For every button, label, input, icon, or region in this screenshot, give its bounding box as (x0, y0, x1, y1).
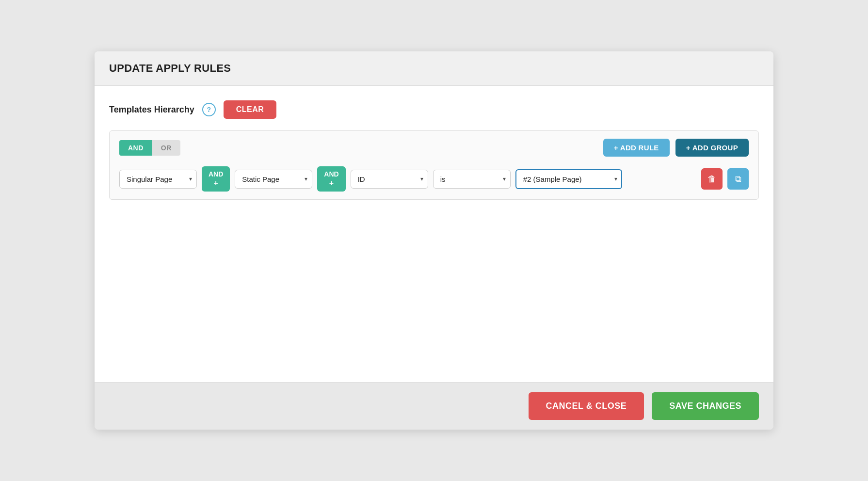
field2-wrapper: Static Page (235, 170, 312, 189)
cancel-close-button[interactable]: CANCEL & CLOSE (529, 392, 644, 420)
condition-operator-select[interactable]: is (433, 170, 511, 189)
rule-row: Singular Page AND + Static Page AND (119, 166, 749, 192)
and-badge-1-plus: + (214, 179, 218, 188)
logic-group: AND OR (119, 140, 180, 156)
modal-body: Templates Hierarchy ? CLEAR AND OR + ADD… (95, 86, 773, 382)
and-badge-1-label: AND (209, 170, 223, 178)
copy-rule-button[interactable]: ⧉ (727, 168, 749, 190)
condition-field-wrapper: ID (351, 170, 428, 189)
add-group-button[interactable]: + ADD GROUP (675, 139, 749, 157)
add-buttons-group: + ADD RULE + ADD GROUP (603, 139, 749, 157)
rule-top-bar: AND OR + ADD RULE + ADD GROUP (119, 139, 749, 157)
clear-button[interactable]: CLEAR (224, 100, 277, 119)
templates-label: Templates Hierarchy (109, 105, 194, 115)
and-logic-button[interactable]: AND (119, 140, 152, 156)
condition-value-select[interactable]: #2 (Sample Page) (515, 169, 622, 189)
condition-operator-wrapper: is (433, 170, 511, 189)
and-badge-2-label: AND (324, 170, 338, 178)
modal-container: UPDATE APPLY RULES Templates Hierarchy ?… (95, 51, 773, 430)
modal-footer: CANCEL & CLOSE SAVE CHANGES (95, 382, 773, 430)
delete-rule-button[interactable]: 🗑 (701, 168, 723, 190)
rule-container: AND OR + ADD RULE + ADD GROUP Singular P… (109, 130, 759, 200)
modal-header: UPDATE APPLY RULES (95, 51, 773, 86)
field1-select[interactable]: Singular Page (119, 170, 197, 189)
field2-select[interactable]: Static Page (235, 170, 312, 189)
and-badge-2-plus: + (329, 179, 334, 188)
condition-field-select[interactable]: ID (351, 170, 428, 189)
or-logic-button[interactable]: OR (152, 140, 180, 156)
add-rule-button[interactable]: + ADD RULE (603, 139, 670, 157)
and-badge-2[interactable]: AND + (317, 166, 345, 192)
trash-icon: 🗑 (707, 174, 716, 184)
field1-wrapper: Singular Page (119, 170, 197, 189)
templates-hierarchy-row: Templates Hierarchy ? CLEAR (109, 100, 759, 119)
help-icon[interactable]: ? (202, 103, 216, 116)
modal-title: UPDATE APPLY RULES (109, 62, 231, 74)
and-badge-1[interactable]: AND + (202, 166, 230, 192)
save-changes-button[interactable]: SAVE CHANGES (652, 392, 759, 420)
copy-icon: ⧉ (735, 174, 741, 184)
condition-value-wrapper: #2 (Sample Page) (515, 169, 622, 189)
